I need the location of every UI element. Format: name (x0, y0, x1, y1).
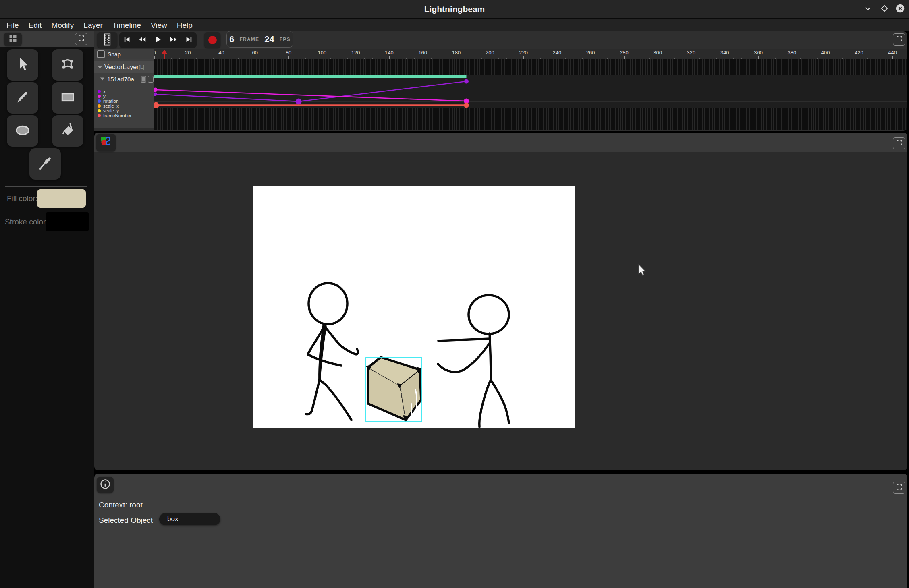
ruler-tick (222, 56, 222, 59)
layer-name: VectorLayer (104, 64, 139, 71)
snap-label: Snap (108, 51, 121, 58)
property-row-scale_y[interactable]: scale_y (98, 108, 119, 113)
fast-forward-icon (169, 35, 178, 46)
ruler-tick (255, 56, 255, 59)
property-row-scale_x[interactable]: scale_x (98, 104, 119, 108)
rectangle-tool-button[interactable] (52, 82, 83, 114)
ellipse-tool-button[interactable] (7, 115, 38, 147)
bucket-icon (59, 121, 77, 141)
fps-label: FPS (280, 37, 291, 42)
frame-counter[interactable]: 6 FRAME 24 FPS (226, 31, 293, 48)
collapse-caret-icon[interactable] (98, 66, 102, 69)
property-row-frameNumber[interactable]: frameNumber (98, 113, 131, 118)
play-button[interactable] (150, 32, 166, 48)
ruler-tick (892, 56, 893, 59)
timeline-expand-button[interactable] (893, 33, 905, 46)
layer-object-row[interactable]: 151ad70a... ~ (100, 74, 154, 84)
ruler-tick (288, 56, 289, 59)
ruler-tick (423, 56, 423, 59)
ruler-label-240: 240 (553, 50, 562, 56)
y-curve[interactable] (155, 90, 466, 101)
menu-item-modify[interactable]: Modify (46, 19, 79, 31)
menu-item-file[interactable]: File (2, 19, 24, 31)
selected-object-input[interactable]: box (159, 513, 220, 525)
scale_y-color-dot (98, 109, 101, 112)
x-keyframe[interactable] (464, 79, 469, 84)
info-button[interactable] (97, 477, 114, 493)
layer-suffix: [L] (139, 64, 144, 70)
tool-divider (5, 186, 87, 187)
menu-item-edit[interactable]: Edit (24, 19, 47, 31)
scene-logo-icon (100, 135, 112, 150)
property-row-rotation[interactable]: rotation (98, 99, 118, 104)
record-button[interactable] (204, 32, 220, 48)
canvas-panel-header (94, 133, 907, 152)
menu-item-timeline[interactable]: Timeline (108, 19, 146, 31)
node-path-icon (59, 55, 77, 75)
ruler-tick (356, 56, 356, 59)
property-row-x[interactable]: x (98, 89, 106, 94)
scale_x-color-dot (98, 104, 101, 108)
menu-item-layer[interactable]: Layer (79, 19, 108, 31)
frameNumber-keyframe[interactable] (464, 103, 469, 108)
stroke-color-swatch[interactable] (46, 212, 89, 231)
layer-swatch-button[interactable] (141, 76, 146, 83)
timeline-ruler[interactable]: 0204060801001201401601802002202402602803… (154, 49, 907, 59)
eyedropper-tool-button[interactable] (29, 148, 61, 180)
skip-end-button[interactable] (181, 32, 197, 48)
frameNumber-keyframe[interactable] (154, 102, 159, 108)
maximize-button[interactable] (879, 4, 890, 15)
scene-tab-button[interactable] (96, 134, 116, 151)
close-button[interactable] (894, 4, 906, 15)
ruler-label-140: 140 (385, 50, 394, 56)
ruler-tick (490, 56, 490, 59)
shade-button[interactable] (862, 4, 874, 15)
drawing-canvas[interactable] (253, 186, 575, 428)
frame-value: 6 (229, 34, 234, 45)
layer-row-vectorlayer[interactable]: VectorLayer[L] (94, 61, 154, 73)
property-row-y[interactable]: y (98, 94, 106, 99)
x-keyframe[interactable] (296, 99, 302, 105)
paint-bucket-tool-button[interactable] (52, 115, 83, 147)
canvas-expand-button[interactable] (893, 137, 905, 149)
collapse-caret-icon[interactable] (100, 78, 104, 81)
layer-span-bar[interactable] (154, 75, 467, 78)
stick-figure-right[interactable] (438, 295, 509, 427)
rewind-button[interactable] (135, 32, 151, 48)
skip-start-button[interactable] (119, 32, 135, 48)
stick-figure-left[interactable] (306, 283, 358, 420)
box-object[interactable] (366, 357, 422, 422)
y-keyframe[interactable] (154, 88, 158, 92)
ruler-label-200: 200 (486, 50, 494, 56)
selected-object-label: Selected Object (99, 516, 153, 525)
ruler-label-400: 400 (821, 50, 830, 56)
property-label: scale_y (103, 108, 119, 113)
x-keyframe[interactable] (154, 93, 157, 96)
menu-item-help[interactable]: Help (172, 19, 197, 31)
pencil-tool-button[interactable] (7, 82, 38, 114)
node-edit-tool-button[interactable] (52, 49, 83, 81)
film-button[interactable] (97, 32, 117, 48)
panel-grid-button[interactable] (4, 33, 22, 46)
title-bar: Lightningbeam (0, 0, 909, 19)
fill-color-swatch[interactable] (37, 189, 86, 208)
info-panel-expand-button[interactable] (893, 482, 905, 494)
tool-panel-expand-button[interactable] (75, 33, 87, 45)
ruler-label-260: 260 (586, 50, 595, 56)
layer-curve-button[interactable]: ~ (148, 76, 154, 83)
layer-list-panel: VectorLayer[L] 151ad70a... ~ xyrotations… (94, 59, 154, 128)
skip-end-icon (185, 35, 193, 46)
fast-forward-button[interactable] (166, 32, 182, 48)
record-icon (208, 36, 217, 44)
menu-item-view[interactable]: View (146, 19, 172, 31)
playhead-stem[interactable] (164, 54, 165, 59)
skip-start-icon (122, 35, 131, 46)
timeline-curves[interactable] (154, 59, 907, 130)
ruler-tick (725, 56, 725, 59)
y-color-dot (98, 95, 101, 98)
select-tool-button[interactable] (7, 49, 38, 81)
chevron-down-icon (863, 3, 873, 15)
snap-checkbox[interactable] (97, 50, 105, 58)
expand-icon (895, 139, 903, 148)
playback-controls (119, 32, 197, 48)
